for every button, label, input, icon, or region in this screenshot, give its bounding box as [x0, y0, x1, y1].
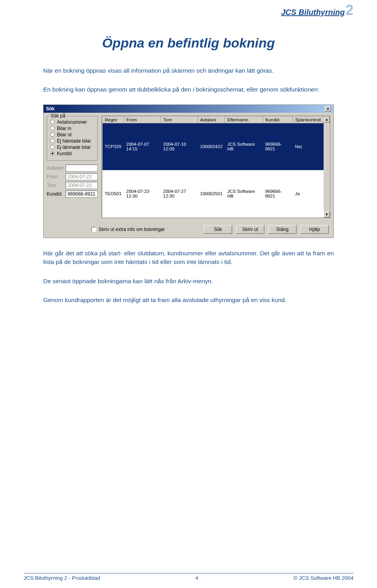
cell: 2004-07-07 14:15 [124, 123, 161, 170]
table-row[interactable]: TCP329 2004-07-07 14:15 2004-07-10 12:00… [102, 123, 324, 170]
help-button[interactable]: Hjälp [300, 225, 329, 234]
intro-paragraph-2: En bokning kan öppnas genom att dubbelkl… [43, 85, 334, 94]
field-label: From [47, 174, 64, 180]
checkbox-icon[interactable] [92, 227, 96, 232]
window-bottom-bar: Skriv ut extra info om bokningar Sök Skr… [44, 221, 333, 238]
cell: 100002422 [198, 123, 225, 170]
cell: JCS Software HB [225, 170, 263, 217]
radio-label: Kundid [57, 151, 71, 156]
cell: 100002501 [198, 170, 225, 217]
radio-kundid[interactable]: Kundid [50, 151, 94, 156]
search-button[interactable]: Sök [204, 225, 232, 234]
field-avtalsnr: Avtalsnr [47, 165, 98, 172]
col-kundid[interactable]: Kundid [263, 116, 293, 123]
avtalsnr-input[interactable] [66, 165, 98, 172]
page-title: Öppna en befintlig bokning [43, 35, 334, 51]
radio-icon [50, 126, 55, 130]
col-tom[interactable]: Tom [161, 116, 198, 123]
radio-avtalsnummer[interactable]: Avtalsnummer [50, 119, 94, 125]
col-efternamn[interactable]: Efternamn [225, 116, 263, 123]
footer-page-number: 4 [196, 575, 199, 581]
brand-logo-text: JCS Biluthyrning [281, 8, 345, 17]
cell: 2004-07-27 12:30 [161, 170, 198, 217]
body-paragraph-4: De senast öppnade bokningarna kan lätt n… [43, 277, 334, 286]
field-from: From 2004-07-23 [47, 173, 98, 180]
col-avtalsnr[interactable]: Avtalsnr [198, 116, 225, 123]
radio-icon [50, 145, 55, 149]
field-label: Avtalsnr [47, 165, 64, 171]
cell: Nej [293, 123, 323, 170]
radio-bilar-in[interactable]: Bilar in [50, 126, 94, 131]
col-regnr[interactable]: Regnr [102, 116, 124, 123]
cell: 2004-07-10 12:00 [161, 123, 198, 170]
brand-logo: JCS Biluthyrning 2 [281, 4, 353, 17]
cell: JCS Software HB [225, 123, 263, 170]
radio-label: Bilar ut [57, 132, 71, 137]
search-left-panel: Sök på Avtalsnummer Bilar in Bilar ut Ej… [47, 116, 98, 218]
field-label: Kundid [47, 191, 64, 197]
col-sparrkontroll[interactable]: Spärrkontroll [293, 116, 323, 123]
col-from[interactable]: From [124, 116, 161, 123]
body-paragraph-5: Genom kundrapporten är det möjligt att t… [43, 296, 334, 304]
from-input[interactable]: 2004-07-23 [66, 173, 98, 180]
footer-right: © JCS Software HB 2004 [293, 575, 353, 581]
cell: 2004-07-23 12:30 [124, 170, 161, 217]
radio-label: Avtalsnummer [57, 119, 87, 125]
window-title: Sök [46, 106, 55, 112]
print-button[interactable]: Skriv ut [236, 225, 264, 234]
field-label: Tom [47, 183, 64, 188]
search-window: Sök × Sök på Avtalsnummer Bilar in Bilar… [43, 104, 334, 238]
intro-paragraph-1: När en bokning öppnas visas all informat… [43, 66, 334, 75]
field-kundid: Kundid 969666-8921 [47, 191, 98, 198]
window-titlebar[interactable]: Sök × [44, 105, 333, 113]
search-on-group: Sök på Avtalsnummer Bilar in Bilar ut Ej… [47, 116, 98, 161]
scroll-down-icon[interactable]: ▼ [324, 211, 330, 218]
cell: TEO501 [102, 170, 124, 217]
cell: 969666-8921 [263, 170, 293, 217]
radio-label: Ej hämtade bilar [57, 138, 91, 144]
radio-bilar-ut[interactable]: Bilar ut [50, 132, 94, 137]
kundid-input[interactable]: 969666-8921 [66, 191, 98, 198]
brand-logo-num: 2 [346, 4, 353, 16]
extra-info-checkbox-row[interactable]: Skriv ut extra info om bokningar [48, 227, 200, 232]
search-on-group-label: Sök på [49, 113, 66, 119]
checkbox-label: Skriv ut extra info om bokningar [99, 227, 165, 232]
vertical-scrollbar[interactable]: ▲ ▼ [324, 116, 330, 218]
radio-icon [50, 132, 55, 137]
radio-icon [50, 120, 55, 124]
cell: 969666-8921 [263, 123, 293, 170]
radio-icon [50, 151, 55, 156]
close-icon[interactable]: × [325, 106, 331, 112]
body-paragraph-3: Här går det att söka på start- eller slu… [43, 249, 334, 267]
close-button[interactable]: Stäng [268, 225, 296, 234]
cell: Ja [293, 170, 323, 217]
radio-label: Bilar in [57, 126, 71, 131]
cell: TCP329 [102, 123, 124, 170]
tom-input[interactable]: 2004-07-23 [66, 182, 98, 189]
scroll-up-icon[interactable]: ▲ [324, 116, 330, 123]
field-tom: Tom 2004-07-23 [47, 182, 98, 189]
table-row[interactable]: TEO501 2004-07-23 12:30 2004-07-27 12:30… [102, 170, 324, 217]
radio-icon [50, 139, 55, 143]
table-header-row: Regnr From Tom Avtalsnr Efternamn Kundid… [102, 116, 324, 123]
radio-label: Ej lämnade bilar [57, 145, 91, 150]
page-footer: JCS Biluthyrning 2 - Produktblad 4 © JCS… [24, 573, 353, 581]
results-table: Regnr From Tom Avtalsnr Efternamn Kundid… [102, 116, 324, 218]
radio-ej-lamnade[interactable]: Ej lämnade bilar [50, 145, 94, 150]
footer-left: JCS Biluthyrning 2 - Produktblad [24, 575, 100, 581]
radio-ej-hamtade[interactable]: Ej hämtade bilar [50, 138, 94, 144]
search-results-panel: Regnr From Tom Avtalsnr Efternamn Kundid… [102, 116, 330, 218]
